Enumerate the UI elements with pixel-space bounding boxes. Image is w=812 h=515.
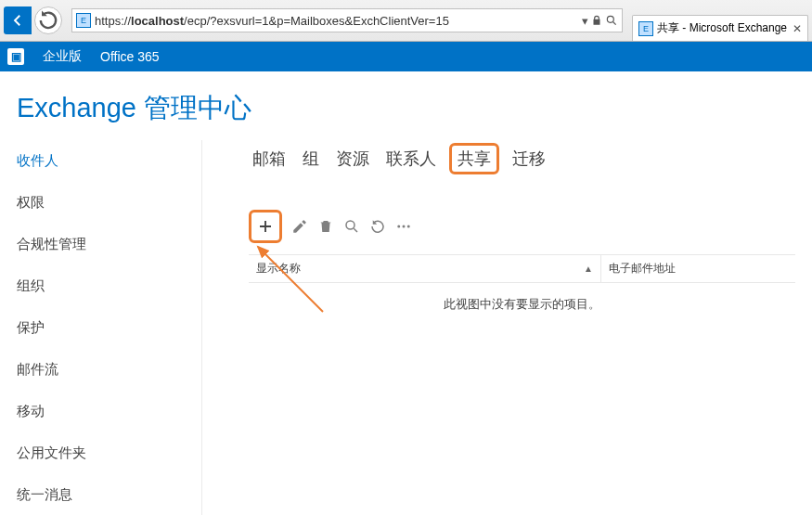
sidebar-item-label: 移动 [17, 403, 45, 418]
tab-migration[interactable]: 迁移 [509, 146, 549, 172]
back-button[interactable] [4, 6, 32, 34]
address-bar-controls: ▾ [582, 14, 618, 28]
refresh-button[interactable] [369, 218, 386, 235]
svg-point-0 [607, 16, 613, 22]
column-header-label: 显示名称 [256, 261, 301, 277]
content-area: 收件人 权限 合规性管理 组织 保护 邮件流 移动 公用文件夹 统一消息 邮箱 … [17, 140, 795, 515]
site-favicon-icon: E [76, 13, 91, 28]
dropdown-icon[interactable]: ▾ [582, 14, 588, 28]
sidebar-item-label: 邮件流 [17, 361, 58, 377]
sidebar: 收件人 权限 合规性管理 组织 保护 邮件流 移动 公用文件夹 统一消息 [17, 140, 202, 515]
sidebar-item-label: 收件人 [17, 152, 58, 168]
sidebar-item-mailflow[interactable]: 邮件流 [17, 349, 201, 391]
sidebar-item-label: 统一消息 [17, 486, 72, 502]
reload-button[interactable] [34, 6, 62, 34]
tab-mailbox[interactable]: 邮箱 [249, 146, 290, 172]
sort-asc-icon: ▲ [584, 264, 593, 274]
address-bar[interactable]: E https://localhost/ecp/?exsvurl=1&p=Mai… [71, 8, 623, 32]
lock-icon [590, 14, 603, 27]
delete-button[interactable] [317, 218, 334, 235]
product-label[interactable]: Office 365 [100, 49, 160, 64]
browser-tabs: E 共享 - Microsoft Exchange ✕ [632, 0, 808, 41]
search-icon [343, 218, 360, 235]
column-header-displayname[interactable]: 显示名称 ▲ [249, 255, 601, 282]
grid-empty-message: 此视图中没有要显示的项目。 [249, 283, 795, 326]
close-tab-button[interactable]: ✕ [793, 22, 802, 35]
tab-shared[interactable]: 共享 [449, 143, 499, 174]
column-header-email[interactable]: 电子邮件地址 [601, 255, 795, 282]
pencil-icon [291, 218, 308, 235]
more-button[interactable] [395, 218, 412, 235]
main-panel: 邮箱 组 资源 联系人 共享 迁移 [202, 140, 795, 326]
trash-icon [317, 218, 334, 235]
add-button[interactable] [257, 218, 274, 235]
page-title: Exchange 管理中心 [17, 71, 795, 140]
sidebar-item-public-folders[interactable]: 公用文件夹 [17, 432, 201, 474]
tab-favicon-icon: E [638, 21, 653, 36]
subnav-tabs: 邮箱 组 资源 联系人 共享 迁移 [249, 140, 795, 174]
tab-groups[interactable]: 组 [299, 146, 323, 172]
refresh-icon [369, 218, 386, 235]
tab-title: 共享 - Microsoft Exchange [657, 20, 787, 36]
browser-tab[interactable]: E 共享 - Microsoft Exchange ✕ [632, 15, 808, 41]
results-grid: 显示名称 ▲ 电子邮件地址 此视图中没有要显示的项目。 [249, 254, 795, 326]
nav-button-group [4, 6, 62, 34]
svg-point-4 [407, 225, 410, 228]
arrow-left-icon [9, 12, 26, 29]
svg-point-3 [403, 225, 406, 228]
sidebar-item-recipients[interactable]: 收件人 [17, 140, 201, 182]
sidebar-item-organization[interactable]: 组织 [17, 265, 201, 307]
sidebar-item-protection[interactable]: 保护 [17, 307, 201, 349]
svg-point-1 [346, 221, 354, 229]
sidebar-item-unified-messaging[interactable]: 统一消息 [17, 474, 201, 515]
toolbar [249, 210, 795, 243]
sidebar-item-label: 合规性管理 [17, 236, 86, 251]
sidebar-item-label: 保护 [17, 319, 45, 335]
annotation-highlight [249, 210, 282, 243]
url-text: https://localhost/ecp/?exsvurl=1&p=Mailb… [95, 14, 578, 28]
edition-label: 企业版 [43, 48, 82, 65]
office-logo-icon: ▣ [7, 48, 24, 65]
refresh-arrow-icon [35, 7, 61, 33]
sidebar-item-label: 组织 [17, 277, 45, 293]
app-ribbon: ▣ 企业版 Office 365 [0, 42, 812, 71]
search-button[interactable] [343, 218, 360, 235]
svg-point-2 [397, 225, 400, 228]
tab-contacts[interactable]: 联系人 [382, 146, 440, 172]
tab-resources[interactable]: 资源 [332, 146, 373, 172]
ellipsis-icon [395, 218, 412, 235]
page-body: Exchange 管理中心 收件人 权限 合规性管理 组织 保护 邮件流 移动 … [0, 71, 812, 515]
plus-icon [257, 218, 274, 235]
column-header-label: 电子邮件地址 [609, 261, 676, 277]
sidebar-item-label: 权限 [17, 194, 45, 210]
sidebar-item-compliance[interactable]: 合规性管理 [17, 224, 201, 265]
edit-button[interactable] [291, 218, 308, 235]
sidebar-item-label: 公用文件夹 [17, 444, 86, 460]
grid-header-row: 显示名称 ▲ 电子邮件地址 [249, 255, 795, 283]
sidebar-item-mobile[interactable]: 移动 [17, 391, 201, 432]
search-icon[interactable] [605, 14, 618, 27]
sidebar-item-permissions[interactable]: 权限 [17, 182, 201, 224]
browser-chrome: E https://localhost/ecp/?exsvurl=1&p=Mai… [0, 0, 812, 42]
